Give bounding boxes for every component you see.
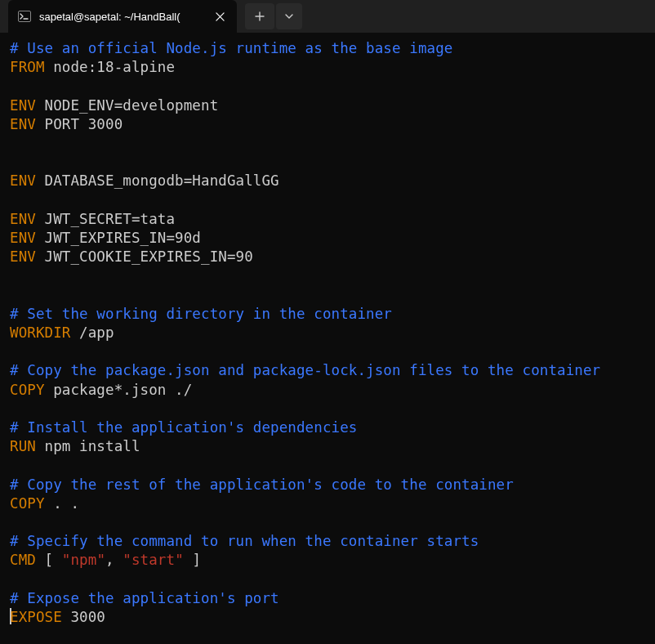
tab-close-button[interactable] bbox=[212, 9, 227, 24]
code-token: ENV bbox=[10, 230, 36, 246]
code-token: # Set the working directory in the conta… bbox=[10, 306, 392, 322]
code-line: COPY . . bbox=[10, 494, 645, 513]
code-token: "start" bbox=[123, 552, 183, 568]
terminal-icon bbox=[18, 10, 31, 23]
code-line: ENV NODE_ENV=development bbox=[10, 96, 645, 115]
code-line bbox=[10, 191, 645, 210]
code-token: PORT 3000 bbox=[36, 116, 123, 132]
code-line: WORKDIR /app bbox=[10, 324, 645, 342]
chevron-down-icon bbox=[284, 11, 294, 21]
code-token: , bbox=[105, 552, 123, 568]
tab-dropdown-button[interactable] bbox=[276, 3, 302, 29]
code-token: /app bbox=[70, 324, 114, 341]
code-line: FROM node:18-alpine bbox=[10, 58, 645, 77]
code-token: ENV bbox=[10, 172, 36, 189]
svg-rect-0 bbox=[19, 11, 31, 22]
terminal-output[interactable]: # Use an official Node.js runtime as the… bbox=[0, 33, 655, 637]
code-token: # Copy the package.json and package-lock… bbox=[10, 362, 600, 378]
code-line bbox=[10, 77, 645, 96]
code-line: # Install the application's dependencies bbox=[10, 418, 645, 437]
code-token: "npm" bbox=[62, 552, 105, 568]
code-token: EXPOSE bbox=[10, 609, 62, 625]
code-token: CMD bbox=[10, 552, 36, 568]
code-token: ] bbox=[184, 552, 201, 568]
code-line bbox=[10, 342, 645, 361]
code-line: RUN npm install bbox=[10, 437, 645, 456]
terminal-tab[interactable]: sapetal@sapetal: ~/HandBall( bbox=[8, 0, 237, 33]
code-token: # Install the application's dependencies bbox=[10, 419, 357, 436]
close-icon bbox=[216, 12, 225, 21]
code-token: ENV bbox=[10, 211, 36, 227]
code-token: FROM bbox=[10, 59, 45, 75]
code-token: JWT_COOKIE_EXPIRES_IN=90 bbox=[36, 248, 253, 265]
code-line: ENV DATABASE_mongodb=HandGallGG bbox=[10, 172, 645, 190]
code-line: # Set the working directory in the conta… bbox=[10, 305, 645, 324]
code-token: WORKDIR bbox=[10, 324, 70, 341]
code-token: [ bbox=[36, 552, 62, 568]
code-line bbox=[10, 286, 645, 305]
code-line bbox=[10, 134, 645, 153]
code-token: . . bbox=[45, 495, 80, 512]
code-line: # Specify the command to run when the co… bbox=[10, 532, 645, 551]
title-actions bbox=[245, 3, 302, 29]
code-token: ENV bbox=[10, 97, 36, 114]
code-line bbox=[10, 400, 645, 418]
plus-icon bbox=[255, 11, 265, 21]
code-token: DATABASE_mongodb=HandGallGG bbox=[36, 172, 279, 189]
code-token: COPY bbox=[10, 382, 45, 398]
code-token: 3000 bbox=[62, 609, 105, 625]
code-line: EXPOSE 3000 bbox=[10, 608, 645, 627]
code-line: ENV JWT_SECRET=tata bbox=[10, 210, 645, 229]
code-token: JWT_EXPIRES_IN=90d bbox=[36, 230, 201, 246]
code-line bbox=[10, 266, 645, 285]
code-token: NODE_ENV=development bbox=[36, 97, 218, 114]
title-bar: sapetal@sapetal: ~/HandBall( bbox=[0, 0, 655, 33]
code-line: CMD [ "npm", "start" ] bbox=[10, 551, 645, 570]
code-line: COPY package*.json ./ bbox=[10, 381, 645, 400]
code-line bbox=[10, 513, 645, 532]
code-token: # Copy the rest of the application's cod… bbox=[10, 476, 514, 493]
code-line bbox=[10, 570, 645, 589]
code-token: COPY bbox=[10, 495, 45, 512]
code-token: JWT_SECRET=tata bbox=[36, 211, 175, 227]
code-token: ENV bbox=[10, 248, 36, 265]
code-token: # Use an official Node.js runtime as the… bbox=[10, 40, 452, 56]
code-token: # Expose the application's port bbox=[10, 590, 279, 606]
code-line bbox=[10, 456, 645, 475]
code-token: ENV bbox=[10, 116, 36, 132]
code-line: ENV JWT_COOKIE_EXPIRES_IN=90 bbox=[10, 248, 645, 266]
code-line: # Copy the rest of the application's cod… bbox=[10, 476, 645, 494]
code-line: # Copy the package.json and package-lock… bbox=[10, 361, 645, 380]
code-token: node:18-alpine bbox=[45, 59, 176, 75]
code-line: # Use an official Node.js runtime as the… bbox=[10, 39, 645, 58]
code-line: ENV PORT 3000 bbox=[10, 115, 645, 134]
code-token: npm install bbox=[36, 438, 140, 454]
new-tab-button[interactable] bbox=[245, 3, 274, 29]
code-line: ENV JWT_EXPIRES_IN=90d bbox=[10, 229, 645, 248]
code-token: package*.json ./ bbox=[45, 382, 193, 398]
tab-title: sapetal@sapetal: ~/HandBall( bbox=[39, 11, 204, 23]
code-token: RUN bbox=[10, 438, 36, 454]
code-line: # Expose the application's port bbox=[10, 589, 645, 608]
code-line bbox=[10, 153, 645, 172]
code-token: # Specify the command to run when the co… bbox=[10, 533, 479, 549]
